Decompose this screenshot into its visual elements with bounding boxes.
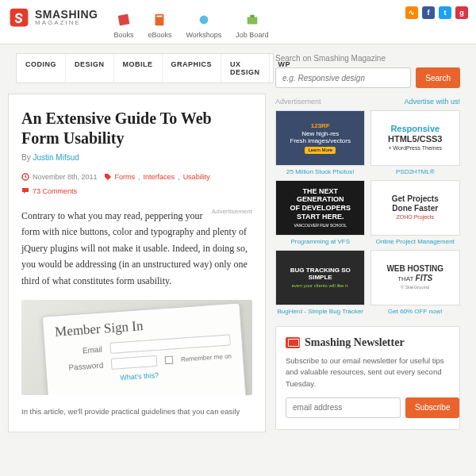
- ad-siteground[interactable]: WEB HOSTINGTHAT FITS© SiteGround: [370, 250, 460, 305]
- comments-link[interactable]: 73 Comments: [21, 187, 252, 195]
- author-link[interactable]: Justin Mifsud: [33, 153, 79, 162]
- twitter-icon[interactable]: t: [439, 6, 451, 19]
- article-footer-text: In this article, we'll provide practical…: [21, 406, 252, 417]
- article-meta: November 8th, 2011 Forms, Interfaces, Us…: [21, 173, 252, 181]
- book-icon: [115, 11, 132, 29]
- ad-cap[interactable]: PSD2HTML®: [396, 168, 435, 175]
- article-title: An Extensive Guide To Web Form Usability: [21, 109, 252, 148]
- newsletter-subscribe-button[interactable]: Subscribe: [405, 397, 459, 418]
- clock-icon: [21, 173, 29, 181]
- article: An Extensive Guide To Web Form Usability…: [8, 94, 266, 432]
- search-button[interactable]: Search: [416, 67, 460, 88]
- ad-bugherd[interactable]: BUG TRACKING SO SIMPLEeven your clients …: [275, 250, 365, 305]
- top-nav: Books eBooks Workshops Job Board: [113, 6, 268, 39]
- jobboard-icon: [244, 11, 261, 29]
- ad-cap[interactable]: BugHerd - Simple Bug Tracker: [278, 308, 364, 315]
- nav-uxdesign[interactable]: UX DESIGN: [221, 54, 270, 83]
- tag-icon: [104, 173, 112, 181]
- checkbox-icon: [165, 355, 174, 364]
- comment-icon: [21, 187, 29, 195]
- svg-rect-6: [250, 15, 254, 18]
- nav-mobile[interactable]: MOBILE: [114, 54, 163, 83]
- nav-design[interactable]: DESIGN: [66, 54, 114, 83]
- logo-sub: MAGAZINE: [35, 20, 98, 26]
- byline: By Justin Mifsud: [21, 153, 252, 162]
- ad-cap[interactable]: Online Project Management: [376, 238, 455, 245]
- topnav-ebooks[interactable]: eBooks: [148, 11, 171, 39]
- ad-psd2html[interactable]: ResponsiveHTML5/CSS3+ WordPress Themes: [370, 110, 460, 166]
- ad-cap[interactable]: Programming at VFS: [290, 238, 350, 245]
- inline-ad-label: Advertisement: [212, 208, 252, 215]
- main-nav: CODING DESIGN MOBILE GRAPHICS UX DESIGN …: [16, 53, 274, 83]
- newsletter-body: Subscribe to our email newsletter for us…: [286, 355, 450, 390]
- article-body: Contrary to what you may read, peppering…: [21, 208, 252, 289]
- search-form: Search: [275, 67, 460, 88]
- newsletter-email-input[interactable]: [286, 397, 401, 418]
- svg-rect-3: [157, 16, 163, 17]
- svg-point-4: [200, 16, 209, 25]
- advertise-link[interactable]: Advertise with us!: [404, 98, 460, 106]
- article-date: November 8th, 2011: [33, 173, 98, 181]
- logo-name: SMASHING: [35, 9, 98, 20]
- ad-cap[interactable]: 25 Million Stock Photos!: [286, 168, 354, 175]
- nav-wp[interactable]: WP: [270, 54, 300, 83]
- workshop-icon: [195, 11, 213, 29]
- topnav-workshops[interactable]: Workshops: [186, 11, 222, 39]
- gplus-icon[interactable]: g: [455, 6, 468, 19]
- logo-icon: [8, 6, 30, 29]
- topnav-jobboard[interactable]: Job Board: [236, 11, 268, 39]
- rss-icon[interactable]: ∿: [405, 6, 418, 19]
- ad-123rf[interactable]: 123RFNew high-resFresh images/vectorsLea…: [275, 110, 365, 166]
- ebook-icon: [151, 11, 168, 29]
- topnav-books[interactable]: Books: [113, 11, 133, 39]
- ad-header: AdvertisementAdvertise with us!: [275, 98, 460, 106]
- logo[interactable]: SMASHING MAGAZINE: [8, 6, 98, 29]
- nav-graphics[interactable]: GRAPHICS: [163, 54, 222, 83]
- article-hero: Member Sign In Email PasswordRemember me…: [21, 300, 252, 395]
- ad-vfs[interactable]: THE NEXT GENERATIONOF DEVELOPERSSTART HE…: [275, 180, 365, 236]
- social-links: ∿ f t g: [405, 6, 468, 19]
- tag-interfaces[interactable]: Interfaces: [144, 173, 175, 181]
- search-label: Search on Smashing Magazine: [275, 54, 460, 63]
- ad-cap[interactable]: Get 60% OFF now!: [388, 308, 442, 315]
- mail-icon: [286, 337, 300, 348]
- nav-coding[interactable]: CODING: [17, 54, 66, 83]
- svg-rect-1: [118, 14, 130, 26]
- tag-forms[interactable]: Forms: [115, 173, 136, 181]
- newsletter-title: Smashing Newsletter: [286, 336, 450, 349]
- ad-zoho[interactable]: Get ProjectsDone FasterZOHO Projects: [370, 180, 460, 236]
- site-header: SMASHING MAGAZINE Books eBooks Workshops…: [0, 0, 476, 44]
- ad-grid: 123RFNew high-resFresh images/vectorsLea…: [275, 110, 460, 315]
- newsletter-box: Smashing Newsletter Subscribe to our ema…: [275, 326, 460, 430]
- svg-rect-5: [248, 17, 258, 24]
- tag-usability[interactable]: Usability: [183, 173, 210, 181]
- facebook-icon[interactable]: f: [422, 6, 435, 19]
